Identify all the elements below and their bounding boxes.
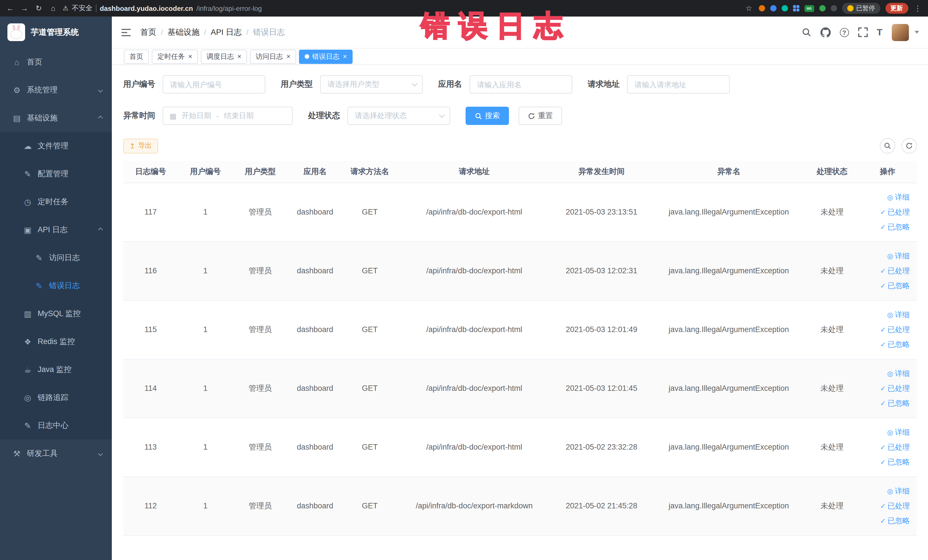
user-avatar[interactable] [891, 24, 908, 41]
filter-user-id: 用户编号 [123, 75, 265, 93]
sidebar-item-log-center[interactable]: ✎日志中心 [0, 411, 112, 439]
close-icon[interactable]: × [286, 53, 290, 60]
sidebar-item-api-log[interactable]: ▣API 日志 [0, 216, 112, 244]
table-header-row: 日志编号 用户编号 用户类型 应用名 请求方法名 请求地址 异常发生时间 异常名… [123, 161, 917, 183]
processed-link[interactable]: ✓已处理 [861, 498, 910, 513]
sidebar-item-trace[interactable]: ◎链路追踪 [0, 383, 112, 411]
close-icon[interactable]: × [188, 53, 192, 60]
user-type-select[interactable]: 请选择用户类型 [320, 75, 423, 93]
github-icon[interactable] [820, 27, 830, 37]
caret-down-icon[interactable] [914, 31, 919, 34]
cell-actions: ◎详细 ✓已处理 ✓已忽略 [858, 476, 917, 535]
detail-link[interactable]: ◎详细 [861, 190, 910, 204]
cell-exception-time: 2021-05-03 23:13:51 [551, 183, 652, 241]
back-icon[interactable]: ← [6, 5, 15, 12]
ignored-link[interactable]: ✓已忽略 [861, 455, 910, 469]
sidebar-item-scheduled-tasks[interactable]: ◷定时任务 [0, 188, 112, 216]
search-button[interactable]: 搜索 [466, 107, 509, 125]
tab-home[interactable]: 首页 [124, 49, 149, 64]
tab-schedule-log[interactable]: 调度日志× [201, 49, 247, 64]
user-id-input[interactable] [163, 75, 265, 93]
cell-exception-name: java.lang.IllegalArgumentException [652, 476, 806, 535]
folder-icon: ☁ [23, 141, 32, 150]
breadcrumb-home[interactable]: 首页 [140, 27, 156, 37]
hamburger-icon[interactable] [121, 28, 131, 36]
forward-icon[interactable]: → [20, 5, 29, 12]
export-button[interactable]: ↥ 导出 [123, 138, 158, 153]
detail-link[interactable]: ◎详细 [861, 484, 910, 498]
sidebar-item-config-management[interactable]: ✎配置管理 [0, 160, 112, 188]
extension-icon-3[interactable] [781, 5, 788, 11]
home-icon[interactable]: ⌂ [49, 5, 58, 12]
reset-button[interactable]: 重置 [519, 107, 562, 125]
exception-time-range-picker[interactable]: ▦ 开始日期 - 结束日期 [163, 107, 293, 125]
sidebar-item-error-log[interactable]: ✎错误日志 [0, 272, 112, 299]
sidebar-item-home[interactable]: ⌂首页 [0, 48, 112, 76]
detail-link[interactable]: ◎详细 [861, 425, 910, 439]
processed-link[interactable]: ✓已处理 [861, 263, 910, 278]
processed-label: 已处理 [887, 204, 910, 220]
detail-link[interactable]: ◎详细 [861, 249, 910, 263]
filter-row-1: 用户编号 用户类型 请选择用户类型 应用名 [123, 75, 917, 93]
rabbit-face-icon [10, 30, 22, 40]
sidebar-item-mysql-monitor[interactable]: ▥MySQL 监控 [0, 299, 112, 328]
processed-label: 已处理 [887, 322, 910, 337]
request-url-input[interactable] [627, 75, 730, 93]
ignored-link[interactable]: ✓已忽略 [861, 337, 910, 352]
process-status-select[interactable]: 请选择处理状态 [348, 107, 450, 125]
extension-on-icon[interactable]: on [804, 5, 814, 12]
detail-link[interactable]: ◎详细 [861, 307, 910, 322]
help-icon[interactable]: ? [839, 27, 849, 37]
processed-link[interactable]: ✓已处理 [861, 439, 910, 455]
sidebar-item-access-log[interactable]: ✎访问日志 [0, 244, 112, 272]
bookmark-star-icon[interactable]: ☆ [744, 5, 753, 12]
processed-link[interactable]: ✓已处理 [861, 322, 910, 337]
extension-icon-1[interactable] [759, 5, 765, 11]
sidebar-item-file-management[interactable]: ☁文件管理 [0, 132, 112, 160]
processed-link[interactable]: ✓已处理 [861, 381, 910, 396]
tab-access-log[interactable]: 访问日志× [250, 49, 296, 64]
processed-link[interactable]: ✓已处理 [861, 204, 910, 220]
breadcrumb-separator: / [204, 28, 206, 37]
extension-icon-4[interactable] [819, 5, 825, 11]
close-icon[interactable]: × [343, 53, 347, 60]
eye-icon: ◎ [887, 484, 893, 498]
font-size-icon[interactable]: T [877, 27, 882, 37]
cell-method: GET [342, 241, 397, 300]
security-label[interactable]: 不安全 [72, 3, 92, 13]
ignored-link[interactable]: ✓已忽略 [861, 220, 910, 234]
tab-scheduled-task[interactable]: 定时任务× [152, 49, 198, 64]
refresh-table-button[interactable] [901, 138, 917, 154]
ignored-link[interactable]: ✓已忽略 [861, 513, 910, 528]
reload-icon[interactable]: ↻ [34, 5, 43, 12]
paused-badge[interactable]: 已暂停 [842, 3, 880, 14]
ignored-link[interactable]: ✓已忽略 [861, 278, 910, 293]
sidebar-item-redis-monitor[interactable]: ❖Redis 监控 [0, 328, 112, 356]
toggle-search-button[interactable] [879, 138, 895, 154]
breadcrumb-api-log[interactable]: API 日志 [211, 27, 242, 37]
close-icon[interactable]: × [237, 53, 241, 60]
tab-error-log[interactable]: 错误日志× [299, 49, 353, 64]
extension-grid-icon[interactable] [793, 5, 796, 8]
address-bar[interactable]: ⚠ 不安全 dashboard.yudao.iocoder.cn/infra/l… [63, 3, 739, 13]
refresh-icon [528, 112, 535, 119]
cell-user-id: 1 [178, 476, 233, 535]
app-logo[interactable]: 芋道管理系统 [0, 17, 112, 48]
sidebar-item-dev-tools[interactable]: ⚒研发工具 [0, 439, 112, 467]
search-icon[interactable] [801, 27, 811, 37]
app-name-input[interactable] [470, 75, 572, 93]
ignored-link[interactable]: ✓已忽略 [861, 396, 910, 410]
update-button[interactable]: 更新 [885, 3, 908, 14]
fullscreen-icon[interactable] [858, 27, 867, 37]
extension-icon-2[interactable] [770, 5, 776, 11]
cell-log-id: 114 [123, 359, 178, 418]
breadcrumb-infrastructure[interactable]: 基础设施 [168, 27, 199, 37]
tab-label: 调度日志 [206, 52, 234, 61]
sidebar-item-infrastructure[interactable]: ▤基础设施 [0, 104, 112, 132]
cell-request-url: /api/infra/db-doc/export-html [397, 359, 551, 418]
browser-menu-icon[interactable]: ⋮ [913, 5, 922, 12]
sidebar-item-system-management[interactable]: ⚙系统管理 [0, 76, 112, 104]
extension-icon-5[interactable] [830, 5, 837, 11]
sidebar-item-java-monitor[interactable]: ☕Java 监控 [0, 356, 112, 383]
detail-link[interactable]: ◎详细 [861, 366, 910, 381]
